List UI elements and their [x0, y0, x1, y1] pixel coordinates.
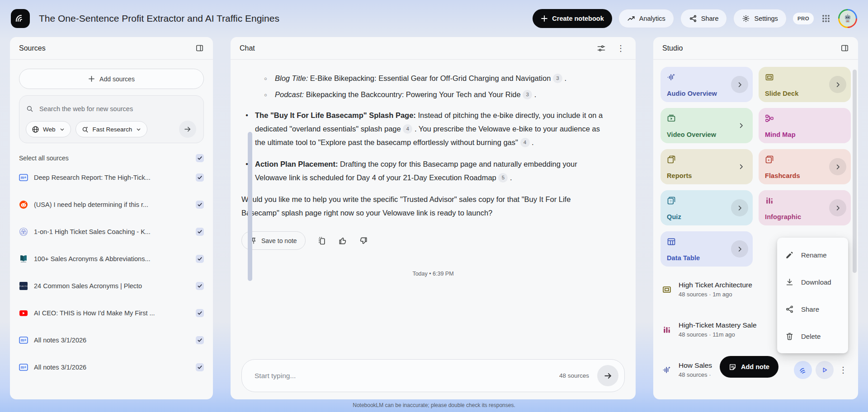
- select-all-row: Select all sources: [19, 154, 204, 162]
- thumbs-down-icon[interactable]: [359, 236, 368, 245]
- chevron-right-icon[interactable]: [731, 76, 748, 93]
- trending-up-icon: [627, 14, 635, 23]
- tile-flashcards[interactable]: Flashcards: [759, 149, 851, 184]
- sources-list: m+ Deep Research Report: The High-Tick..…: [10, 164, 213, 381]
- share-icon: [689, 14, 697, 23]
- studio-tiles: Audio Overview Slide Deck Video Overview…: [660, 67, 851, 267]
- citation-chip[interactable]: 4: [403, 124, 412, 134]
- header-actions: Create notebook Analytics Share Settings…: [533, 9, 857, 28]
- search-input[interactable]: Search the web for new sources: [26, 99, 197, 118]
- create-notebook-button[interactable]: Create notebook: [533, 9, 612, 28]
- tile-quiz[interactable]: ? Quiz: [660, 190, 753, 225]
- source-checkbox[interactable]: [196, 282, 204, 290]
- add-sources-button[interactable]: Add sources: [19, 69, 204, 89]
- source-checkbox[interactable]: [196, 201, 204, 209]
- collapse-panel-icon[interactable]: [195, 44, 204, 52]
- tile-mind-map[interactable]: Mind Map: [759, 108, 851, 143]
- assistant-message: Blog Title: E-Bike Bikepacking: Essentia…: [241, 71, 609, 220]
- source-row[interactable]: 1-on-1 High Ticket Sales Coaching - K...: [10, 218, 213, 245]
- menu-item-rename[interactable]: Rename: [777, 241, 848, 268]
- source-checkbox[interactable]: [196, 363, 204, 371]
- notebooklm-logo-icon[interactable]: [11, 9, 30, 28]
- chevron-right-icon[interactable]: [731, 240, 748, 258]
- google-apps-grid-icon[interactable]: [820, 13, 832, 24]
- chevron-right-icon[interactable]: [738, 164, 745, 170]
- analytics-button[interactable]: Analytics: [618, 9, 674, 28]
- tile-reports[interactable]: Reports: [660, 149, 753, 184]
- share-icon: [785, 305, 794, 314]
- tile-audio-overview[interactable]: Audio Overview: [660, 67, 753, 102]
- svg-text:PLECTO: PLECTO: [19, 285, 28, 287]
- robot-avatar-image: [840, 10, 856, 27]
- source-row[interactable]: m+ All notes 3/1/2026: [10, 327, 213, 354]
- citation-chip[interactable]: 4: [520, 138, 530, 147]
- citation-chip[interactable]: 5: [498, 173, 508, 183]
- notebooklm-doc-icon: m+: [19, 363, 28, 372]
- thumbs-up-icon[interactable]: [338, 236, 347, 245]
- chevron-right-icon[interactable]: [731, 199, 748, 216]
- menu-item-share[interactable]: Share: [777, 295, 848, 323]
- source-row[interactable]: (USA) I need help determining if this r.…: [10, 191, 213, 218]
- globe-icon: [32, 126, 39, 133]
- chat-settings-icon[interactable]: [597, 44, 606, 53]
- source-row[interactable]: PLECTO 24 Common Sales Acronyms | Plecto: [10, 272, 213, 300]
- web-source-dropdown[interactable]: Web: [26, 121, 71, 137]
- search-submit-button[interactable]: [179, 121, 196, 138]
- citation-chip[interactable]: 3: [553, 74, 562, 83]
- gear-icon: [742, 14, 750, 23]
- send-button[interactable]: [597, 365, 618, 386]
- top-header: The One-Sentence Profit Extractor and AI…: [0, 0, 868, 37]
- research-mode-dropdown[interactable]: Fast Research: [75, 121, 148, 137]
- source-checkbox[interactable]: [196, 228, 204, 236]
- source-checkbox[interactable]: [196, 255, 204, 263]
- studio-scrollbar-thumb[interactable]: [853, 70, 857, 273]
- source-checkbox[interactable]: [196, 336, 204, 344]
- add-note-button[interactable]: Add note: [720, 356, 778, 378]
- chevron-down-icon: [59, 126, 65, 132]
- select-all-checkbox[interactable]: [196, 154, 204, 162]
- list-item: The "Buy It For Life Basecamp" Splash Pa…: [241, 108, 609, 149]
- collapse-panel-icon[interactable]: [840, 44, 849, 52]
- note-icon: [729, 363, 736, 371]
- notebooklm-doc-icon: m+: [19, 336, 28, 345]
- sources-count-label: 48 sources: [559, 372, 589, 379]
- chat-panel-title: Chat: [240, 44, 255, 52]
- sources-panel-header: Sources: [10, 37, 213, 60]
- studio-panel-header: Studio: [653, 37, 858, 60]
- chat-more-menu-icon[interactable]: ⋮: [615, 43, 627, 53]
- chevron-right-icon[interactable]: [829, 76, 846, 93]
- tile-slide-deck[interactable]: Slide Deck: [759, 67, 851, 102]
- menu-item-download[interactable]: Download: [777, 268, 848, 295]
- tile-data-table[interactable]: Data Table: [660, 231, 753, 267]
- chevron-right-icon[interactable]: [829, 199, 846, 216]
- source-row[interactable]: m+ Deep Research Report: The High-Tick..…: [10, 164, 213, 191]
- settings-button[interactable]: Settings: [733, 9, 786, 28]
- source-row[interactable]: 100+ Sales Acronyms & Abbreviations...: [10, 245, 213, 272]
- share-button[interactable]: Share: [680, 9, 727, 28]
- chevron-right-icon[interactable]: [829, 158, 846, 175]
- tile-infographic[interactable]: Infographic: [759, 190, 851, 225]
- youtube-icon: [19, 309, 28, 318]
- user-avatar[interactable]: [838, 9, 857, 28]
- list-item: Blog Title: E-Bike Bikepacking: Essentia…: [263, 71, 609, 85]
- source-row[interactable]: m+ All notes 3/1/2026: [10, 354, 213, 381]
- notebook-title[interactable]: The One-Sentence Profit Extractor and AI…: [39, 13, 526, 24]
- note-more-menu-icon[interactable]: ⋮: [837, 365, 849, 375]
- disclaimer-text: NotebookLM can be inaccurate; please dou…: [0, 402, 868, 408]
- source-checkbox[interactable]: [196, 309, 204, 317]
- citation-chip[interactable]: 3: [523, 90, 532, 99]
- note-context-menu: Rename Download Share Delete: [777, 238, 848, 353]
- chat-input[interactable]: Start typing... 48 sources: [241, 359, 625, 392]
- source-row[interactable]: AI CEO: THIS is How I'd Make My First ..…: [10, 300, 213, 327]
- studio-panel: Studio Audio Overview Slide Deck: [653, 37, 858, 399]
- source-checkbox[interactable]: [196, 173, 204, 182]
- chat-scrollbar[interactable]: [248, 132, 252, 281]
- chevron-right-icon[interactable]: [738, 122, 745, 129]
- tile-video-overview[interactable]: Video Overview: [660, 108, 753, 143]
- menu-item-delete[interactable]: Delete: [777, 323, 848, 350]
- copy-icon[interactable]: [317, 236, 326, 245]
- play-icon[interactable]: [816, 361, 834, 379]
- svg-text:m+: m+: [21, 338, 27, 342]
- video-overview-icon: [667, 114, 746, 123]
- interactive-mode-icon[interactable]: [794, 361, 812, 379]
